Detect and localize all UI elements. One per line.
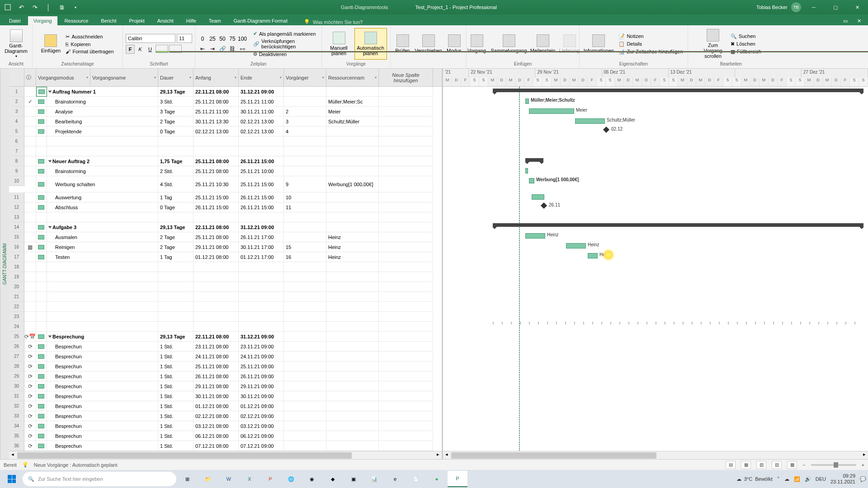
- italic-button[interactable]: K: [136, 45, 145, 54]
- task-row[interactable]: 9Brainstorming2 Std.25.11.21 08:0025.11.…: [9, 166, 442, 176]
- task-row[interactable]: 29⟳Besprechun1 Std.26.11.21 08:0026.11.2…: [9, 371, 442, 381]
- task-bar[interactable]: [588, 253, 598, 258]
- col-add-new[interactable]: Neue Spaltehinzufügen: [379, 69, 433, 86]
- task-row[interactable]: 25⟳📅Besprechung29,13 Tage22.11.21 08:003…: [9, 332, 442, 342]
- pct100-button[interactable]: 100: [238, 34, 247, 43]
- app-icon-3[interactable]: 📊: [364, 471, 384, 487]
- task-row[interactable]: 1Auftrag Nummer 129,13 Tage22.11.21 08:0…: [9, 87, 442, 97]
- task-row[interactable]: 35⟳Besprechun1 Std.06.12.21 08:0006.12.2…: [9, 431, 442, 441]
- grid-body[interactable]: 1Auftrag Nummer 129,13 Tage22.11.21 08:0…: [9, 87, 442, 451]
- tab-gantt-format[interactable]: Gantt-Diagramm Format: [228, 16, 293, 25]
- clear-button[interactable]: ✖Löschen: [729, 41, 763, 47]
- mode-button[interactable]: Modus: [444, 28, 465, 60]
- wifi-icon[interactable]: 📶: [794, 476, 800, 482]
- copy-button[interactable]: ⎘Kopieren: [64, 41, 115, 47]
- excel-icon[interactable]: X: [240, 471, 259, 487]
- zoom-slider[interactable]: [811, 464, 856, 466]
- col-duration[interactable]: Dauer▾: [158, 69, 193, 86]
- font-size-input[interactable]: [177, 34, 192, 43]
- tab-team[interactable]: Team: [203, 16, 226, 25]
- find-button[interactable]: 🔍Suchen: [729, 33, 763, 40]
- tab-ansicht[interactable]: Ansicht: [152, 16, 179, 25]
- qat-file-icon[interactable]: [2, 1, 14, 13]
- details-button[interactable]: 📋Details: [617, 41, 684, 47]
- task-row[interactable]: 30⟳Besprechun1 Std.29.11.21 08:0029.11.2…: [9, 381, 442, 391]
- task-row[interactable]: 3Analyse3 Tage25.11.21 11:0030.11.21 11:…: [9, 107, 442, 117]
- task-row[interactable]: 18: [9, 262, 442, 272]
- col-indicators[interactable]: ⓘ: [24, 69, 36, 86]
- insert-delivery-button[interactable]: Lieferung: [558, 28, 581, 60]
- task-bar[interactable]: [529, 108, 574, 114]
- volume-icon[interactable]: 🔊: [805, 476, 811, 482]
- task-row[interactable]: 19: [9, 272, 442, 282]
- insert-task-button[interactable]: Vorgang: [465, 28, 489, 60]
- view-net-button[interactable]: ▧: [756, 461, 766, 469]
- minimize-button[interactable]: ─: [805, 0, 823, 14]
- task-row[interactable]: 2✓Brainstorming3 Std.25.11.21 08:0025.11…: [9, 97, 442, 107]
- task-row[interactable]: 34⟳Besprechun1 Std.03.12.21 08:0003.12.2…: [9, 421, 442, 431]
- task-row[interactable]: 11Auswertung1 Tag25.11.21 15:0026.11.21 …: [9, 192, 442, 202]
- col-start[interactable]: Anfang▾: [193, 69, 239, 86]
- lang-indicator[interactable]: DEU: [816, 476, 826, 482]
- notes-button[interactable]: 📝Notizen: [617, 33, 684, 40]
- task-row[interactable]: 7: [9, 146, 442, 156]
- spotify-icon[interactable]: ●: [427, 471, 447, 487]
- start-button[interactable]: [2, 470, 22, 488]
- format-painter-button[interactable]: 🖌Format übertragen: [64, 48, 115, 55]
- task-bar[interactable]: [525, 168, 528, 174]
- weather-widget[interactable]: ☁3°CBewölkt: [736, 476, 773, 482]
- paste-button[interactable]: Einfügen: [39, 28, 62, 60]
- summary-bar[interactable]: [493, 223, 863, 227]
- pct75-button[interactable]: 75: [228, 34, 237, 43]
- pct50-button[interactable]: 50: [218, 34, 227, 43]
- task-row[interactable]: 17Testen1 Tag01.12.21 08:0001.12.21 17:0…: [9, 252, 442, 262]
- ribbon-close[interactable]: ✕: [854, 16, 864, 25]
- col-name[interactable]: Vorgangsname▾: [90, 69, 158, 86]
- task-view-button[interactable]: ⊞: [177, 471, 197, 487]
- qat-customize[interactable]: ▾: [70, 1, 81, 13]
- maximize-button[interactable]: ▢: [826, 0, 844, 14]
- summary-bar[interactable]: [493, 89, 863, 92]
- task-row[interactable]: 14Aufgabe 329,13 Tage22.11.21 08:0031.12…: [9, 222, 442, 232]
- taskbar-search[interactable]: 🔍Zur Suche Text hier eingeben: [23, 472, 176, 486]
- ribbon-collapse[interactable]: ▭: [840, 16, 851, 25]
- move-button[interactable]: Verschieben: [415, 28, 442, 60]
- task-row[interactable]: 13: [9, 212, 442, 222]
- summary-recurring[interactable]: [493, 322, 863, 324]
- view-sidebar[interactable]: GANTT-DIAGRAMM: [0, 69, 9, 459]
- task-row[interactable]: 28⟳Besprechun1 Std.25.11.21 08:0025.11.2…: [9, 361, 442, 371]
- tell-me[interactable]: 💡Was möchten Sie tun?: [304, 19, 363, 25]
- clock[interactable]: 09:2923.11.2021: [830, 473, 855, 485]
- tab-datei[interactable]: Datei: [4, 16, 26, 25]
- scroll-to-task-button[interactable]: Zum Vorgang scrollen: [699, 28, 727, 60]
- underline-button[interactable]: U: [146, 45, 155, 54]
- task-row[interactable]: 21: [9, 292, 442, 302]
- gantt-hscroll[interactable]: ◂▸: [443, 451, 868, 459]
- undo-button[interactable]: ↶: [15, 1, 27, 13]
- view-res-button[interactable]: ▨: [772, 461, 782, 469]
- task-row[interactable]: 12Abschluss0 Tage26.11.21 15:0026.11.21 …: [9, 202, 442, 212]
- task-bar[interactable]: [575, 118, 605, 124]
- auto-schedule-button[interactable]: Automatisch planen: [354, 28, 387, 60]
- task-row[interactable]: 26⟳Besprechun1 Std.23.11.21 08:0023.11.2…: [9, 342, 442, 352]
- app-icon[interactable]: ◆: [323, 471, 343, 487]
- gantt-chart-button[interactable]: Gantt-Diagramm▾: [3, 28, 30, 60]
- task-row[interactable]: 32⟳Besprechun1 Std.01.12.21 08:0001.12.2…: [9, 401, 442, 411]
- notifications-icon[interactable]: 💬: [860, 476, 866, 482]
- tray-chevron[interactable]: ˄: [777, 476, 780, 482]
- task-bar[interactable]: [566, 243, 586, 249]
- task-bar[interactable]: [529, 178, 534, 183]
- mark-ontrack-button[interactable]: ✔Als plangemäß markieren: [251, 30, 319, 37]
- view-report-button[interactable]: ▩: [787, 461, 797, 469]
- pct25-button[interactable]: 25: [208, 34, 217, 43]
- tab-hilfe[interactable]: Hilfe: [181, 16, 202, 25]
- milestone[interactable]: [541, 202, 547, 209]
- grid-hscroll[interactable]: ◂▸: [9, 451, 442, 459]
- tab-bericht[interactable]: Bericht: [95, 16, 122, 25]
- gantt-timescale[interactable]: '2122 Nov '2129 Nov '2106 Dez '2113 Dez …: [443, 69, 868, 87]
- col-rownum[interactable]: [9, 69, 24, 86]
- chrome-icon[interactable]: ◉: [302, 471, 322, 487]
- zoom-out[interactable]: −: [802, 462, 805, 468]
- task-bar[interactable]: [532, 194, 544, 200]
- manual-schedule-button[interactable]: Manuell planen: [326, 28, 353, 60]
